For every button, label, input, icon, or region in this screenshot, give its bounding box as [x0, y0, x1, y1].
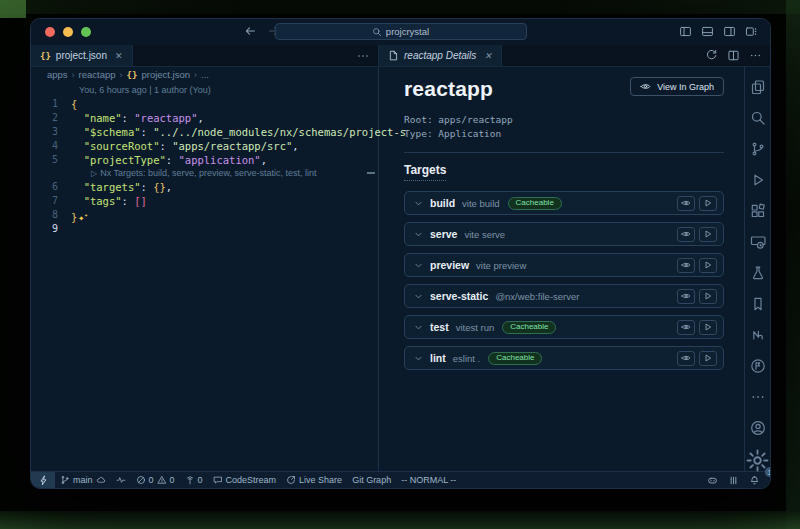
breadcrumb-item[interactable]: project.json — [141, 69, 190, 80]
tab-reactapp-details[interactable]: reactapp Details ✕ — [379, 45, 502, 66]
code-text: "sourceRoot": "apps/reactapp/src", — [71, 139, 299, 153]
activitybar-more-icon[interactable] — [750, 389, 766, 405]
tab-label: reactapp Details — [404, 50, 476, 61]
formatter-icon[interactable] — [728, 475, 739, 486]
bell-icon[interactable] — [749, 475, 760, 486]
close-tab-icon[interactable]: ✕ — [115, 51, 123, 61]
target-row-build[interactable]: buildvite buildCacheable — [404, 191, 724, 215]
split-editor-icon[interactable] — [727, 49, 740, 62]
view-target-button[interactable] — [677, 258, 695, 273]
code-line[interactable]: 4 "sourceRoot": "apps/reactapp/src", — [31, 139, 378, 153]
run-target-button[interactable] — [699, 196, 717, 211]
chevron-down-icon[interactable] — [413, 229, 424, 240]
code-line[interactable]: 7 "tags": [] — [31, 194, 378, 208]
line-number: 3 — [31, 125, 71, 139]
chevron-right-icon: › — [72, 70, 75, 80]
codestream-status-item[interactable]: CodeStream — [208, 472, 282, 488]
minimize-window-button[interactable] — [63, 27, 73, 37]
chevron-down-icon[interactable] — [413, 291, 424, 302]
activitybar-bookmarks-icon[interactable] — [750, 296, 766, 312]
view-target-button[interactable] — [677, 351, 695, 366]
activitybar-explorer-icon[interactable] — [750, 79, 766, 95]
file-icon — [388, 50, 399, 61]
run-target-button[interactable] — [699, 289, 717, 304]
gitgraph-status-item[interactable]: Git Graph — [347, 472, 396, 488]
git-blame-annotation[interactable]: You, 6 hours ago | 1 author (You) — [79, 84, 378, 97]
close-tab-icon[interactable]: ✕ — [484, 51, 492, 61]
copilot-icon[interactable] — [707, 475, 718, 486]
activitybar-source-control-icon[interactable] — [750, 141, 766, 157]
tab-project-json[interactable]: {} project.json ✕ — [31, 45, 133, 66]
liveshare-status-item[interactable]: Live Share — [281, 472, 347, 488]
target-row-preview[interactable]: previewvite preview — [404, 253, 724, 277]
chevron-down-icon[interactable] — [413, 198, 424, 209]
target-command: @nx/web:file-server — [495, 291, 579, 302]
json-file-icon: {} — [40, 51, 51, 61]
command-center-search[interactable]: projcrystal — [275, 23, 527, 40]
line-number: 6 — [31, 180, 71, 194]
toggle-panel-icon[interactable] — [701, 25, 714, 38]
target-row-serve-static[interactable]: serve-static@nx/web:file-server — [404, 284, 724, 308]
target-row-serve[interactable]: servevite serve — [404, 222, 724, 246]
code-editor[interactable]: You, 6 hours ago | 1 author (You) 1{2 "n… — [31, 82, 378, 471]
refresh-icon[interactable] — [705, 49, 718, 62]
code-line[interactable]: 6 "targets": {}, — [31, 180, 378, 194]
toggle-sidebar-right-icon[interactable] — [723, 25, 736, 38]
close-window-button[interactable] — [45, 27, 55, 37]
extension-status-item[interactable] — [111, 472, 131, 488]
activitybar-extensions-icon[interactable] — [750, 203, 766, 219]
view-target-button[interactable] — [677, 196, 695, 211]
code-line[interactable]: 2 "name": "reactapp", — [31, 111, 378, 125]
comment-icon — [213, 475, 223, 485]
run-target-button[interactable] — [699, 351, 717, 366]
broadcast-status-item[interactable]: 0 — [180, 472, 208, 488]
eye-icon — [681, 322, 691, 332]
breadcrumb-item[interactable]: reactapp — [79, 69, 116, 80]
code-line[interactable]: 9 — [31, 222, 378, 236]
chevron-down-icon[interactable] — [413, 322, 424, 333]
breadcrumb-item[interactable]: ... — [201, 69, 209, 80]
gitgraph-label: Git Graph — [352, 475, 391, 485]
run-target-button[interactable] — [699, 227, 717, 242]
activity-bar: 1 — [744, 67, 770, 471]
branch-status-item[interactable]: main — [55, 472, 111, 488]
activitybar-testing-icon[interactable] — [750, 265, 766, 281]
target-row-lint[interactable]: linteslint .Cacheable — [404, 346, 724, 370]
editor-more-actions-icon[interactable] — [356, 49, 370, 63]
breadcrumb-item[interactable]: apps — [47, 69, 68, 80]
remote-indicator[interactable] — [31, 472, 55, 488]
toggle-sidebar-left-icon[interactable] — [679, 25, 692, 38]
problems-status-item[interactable]: 0 0 — [131, 472, 180, 488]
zoom-window-button[interactable] — [81, 27, 91, 37]
eye-icon — [681, 198, 691, 208]
account-icon[interactable] — [750, 420, 766, 436]
more-actions-icon[interactable] — [749, 49, 762, 62]
view-in-graph-button[interactable]: View In Graph — [630, 77, 724, 96]
settings-badge: 1 — [765, 467, 771, 477]
chevron-down-icon[interactable] — [413, 260, 424, 271]
back-arrow-icon[interactable] — [243, 24, 257, 38]
code-line[interactable]: 1{ — [31, 97, 378, 111]
view-target-button[interactable] — [677, 227, 695, 242]
activitybar-remote-explorer-icon[interactable] — [750, 234, 766, 250]
run-target-button[interactable] — [699, 258, 717, 273]
cacheable-badge: Cacheable — [488, 352, 542, 365]
activitybar-gitlens-icon[interactable] — [750, 358, 766, 374]
activitybar-nx-console-icon[interactable] — [750, 327, 766, 343]
activitybar-run-debug-icon[interactable] — [750, 172, 766, 188]
target-row-test[interactable]: testvitest runCacheable — [404, 315, 724, 339]
chevron-down-icon[interactable] — [413, 353, 424, 364]
activitybar-search-icon[interactable] — [750, 110, 766, 126]
code-line[interactable]: 3 "$schema": "../../node_modules/nx/sche… — [31, 125, 378, 139]
run-target-button[interactable] — [699, 320, 717, 335]
target-command: eslint . — [453, 353, 480, 364]
view-target-button[interactable] — [677, 289, 695, 304]
customize-layout-icon[interactable] — [745, 25, 758, 38]
nx-targets-codelens[interactable]: ▷Nx Targets: build, serve, preview, serv… — [91, 167, 378, 180]
view-target-button[interactable] — [677, 320, 695, 335]
vim-mode-indicator[interactable]: -- NORMAL -- — [396, 472, 461, 488]
code-line[interactable]: 5 "projectType": "application", — [31, 153, 378, 167]
code-line[interactable]: 8}✦ — [31, 208, 378, 222]
target-name: test — [430, 321, 449, 333]
wallpaper-accent-bottom — [0, 511, 800, 529]
